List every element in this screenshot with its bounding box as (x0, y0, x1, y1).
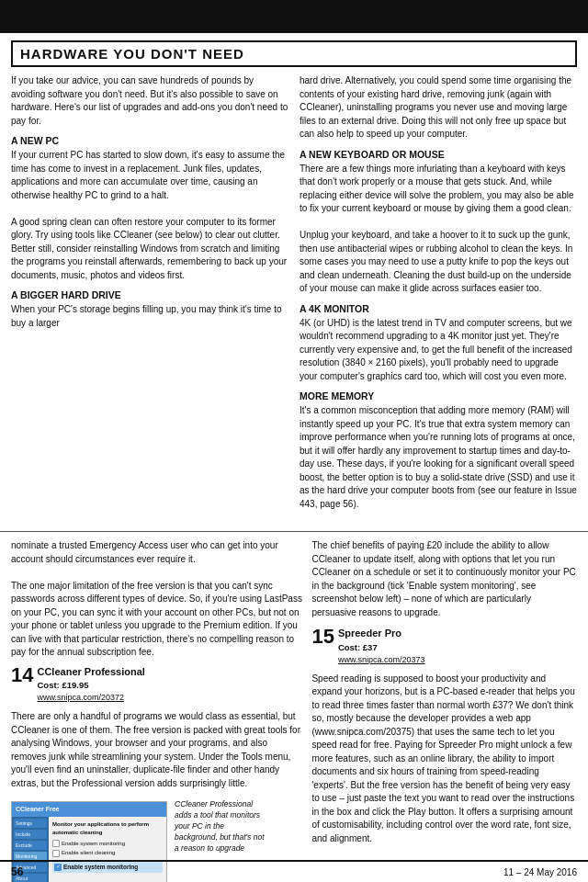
memory-text: It's a common misconception that adding … (300, 404, 577, 511)
page: HARDWARE YOU DON'T NEED If you take our … (0, 0, 588, 882)
ccleaner-benefits-text: The chief benefits of paying £20 include… (311, 539, 577, 619)
article-columns: If you take our advice, you can save hun… (11, 74, 577, 516)
lower-section: nominate a trusted Emergency Access user… (0, 539, 588, 882)
ss-sidebar-item-3: Exclude (14, 841, 47, 850)
ss-titlebar: CCleaner Free (12, 802, 166, 817)
sub-heading-4k: A 4K MONITOR (300, 303, 577, 314)
item-15-cost: Cost: £37 (338, 641, 425, 654)
ss-row-2: Enable silent cleaning (52, 849, 163, 857)
ss-row-2-label: Enable silent cleaning (62, 849, 115, 857)
ss-sidebar-item-1: Settings (14, 819, 47, 828)
section-divider (0, 531, 588, 532)
item-14-number: 14 (11, 665, 33, 685)
sub-heading-memory: MORE MEMORY (300, 390, 577, 401)
sub-heading-new-pc: A NEW PC (11, 135, 288, 146)
ss-row-1: Enable system monitoring (52, 840, 163, 848)
screenshot-caption: CCleaner Professional adds a tool that m… (175, 799, 266, 854)
lastpass-text: nominate a trusted Emergency Access user… (11, 539, 302, 660)
section-title: HARDWARE YOU DON'T NEED (20, 46, 568, 62)
footer-page-number: 56 (11, 865, 23, 878)
sub-heading-hard-drive: A BIGGER HARD DRIVE (11, 289, 288, 300)
ss-sidebar-item-2: Include (14, 830, 47, 839)
item-14-header: 14 CCleaner Professional Cost: £19.95 ww… (11, 665, 302, 707)
item-15-info: Spreeder Pro Cost: £37 www.snipca.com/20… (338, 627, 425, 669)
sub-heading-keyboard: A NEW KEYBOARD OR MOUSE (300, 149, 577, 160)
ss-main-title: Monitor your applications to perform aut… (52, 820, 163, 836)
item-15-title: Spreeder Pro (338, 628, 401, 639)
footer: 56 11 – 24 May 2016 (0, 860, 588, 882)
item-14-url[interactable]: www.snipca.com/20372 (37, 692, 144, 704)
ss-checkbox-unchecked-2 (52, 850, 60, 857)
intro-text: If you take our advice, you can save hun… (11, 74, 288, 128)
ss-title-text: CCleaner Free (16, 805, 59, 814)
footer-date: 11 – 24 May 2016 (503, 867, 577, 877)
item-14-info: CCleaner Professional Cost: £19.95 www.s… (37, 665, 144, 707)
lower-right: The chief benefits of paying £20 include… (311, 539, 577, 882)
article-col-right: hard drive. Alternatively, you could spe… (300, 74, 577, 516)
lower-left: nominate a trusted Emergency Access user… (11, 539, 302, 882)
item-15-number: 15 (311, 627, 334, 647)
item-14-text: There are only a handful of programs we … (11, 710, 302, 790)
hard-drive-text: When your PC's storage begins filling up… (11, 303, 288, 330)
hard-drive-cont: hard drive. Alternatively, you could spe… (300, 74, 577, 141)
main-content: HARDWARE YOU DON'T NEED If you take our … (0, 33, 588, 524)
article-col-left: If you take our advice, you can save hun… (11, 74, 288, 516)
item-14-title: CCleaner Professional (37, 666, 144, 677)
screenshot-caption-box: CCleaner Professional adds a tool that m… (175, 796, 266, 859)
top-bar (0, 0, 588, 33)
keyboard-text: There are a few things more infuriating … (300, 163, 577, 296)
item-15-text: Speed reading is supposed to boost your … (311, 673, 577, 846)
4k-text: 4K (or UHD) is the latest trend in TV an… (300, 317, 577, 384)
item-14-cost: Cost: £19.95 (37, 679, 144, 692)
ss-row-1-label: Enable system monitoring (62, 840, 125, 848)
item-15-header: 15 Spreeder Pro Cost: £37 www.snipca.com… (311, 627, 577, 669)
new-pc-text: If your current PC has started to slow d… (11, 149, 288, 282)
ss-checkbox-unchecked (52, 840, 60, 847)
item-15-url[interactable]: www.snipca.com/20373 (338, 654, 425, 666)
should-word: should (46, 554, 73, 564)
section-header: HARDWARE YOU DON'T NEED (11, 40, 577, 67)
